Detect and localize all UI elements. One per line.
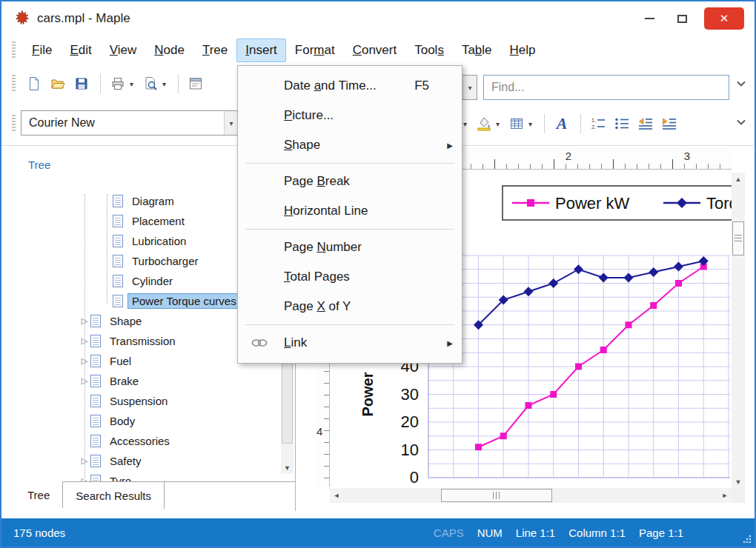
svg-text:Power: Power	[359, 372, 376, 416]
title-bar: cars.mpl - Maple ✕	[1, 1, 755, 36]
maple-leaf-icon	[13, 10, 31, 27]
table-icon[interactable]	[505, 113, 528, 135]
status-node-count: 175 nodes	[13, 527, 65, 539]
tree-item-label: Shape	[105, 313, 146, 329]
document-vertical-scrollbar[interactable]: ▲ ▼	[732, 173, 745, 488]
menu-node[interactable]: Node	[145, 39, 193, 62]
svg-text:20: 20	[401, 412, 419, 431]
toolbar-grip[interactable]	[12, 75, 16, 93]
menu-edit[interactable]: Edit	[61, 39, 100, 62]
tab-tree[interactable]: Tree	[15, 481, 63, 508]
document-horizontal-scrollbar[interactable]: ◄ ►	[330, 488, 732, 503]
tree-item-label: Body	[105, 413, 139, 429]
toolbar-overflow-chevron-icon[interactable]	[734, 115, 749, 130]
fill-color-icon[interactable]	[473, 113, 495, 135]
save-icon[interactable]	[70, 73, 93, 95]
menu-item-label: Date and Time...	[284, 78, 377, 93]
toolbar-grip[interactable]	[12, 115, 16, 133]
expand-arrow-icon[interactable]: ▷	[79, 456, 90, 466]
scroll-up-icon[interactable]: ▲	[732, 173, 745, 185]
menu-format[interactable]: Format	[286, 39, 344, 62]
properties-icon[interactable]	[185, 73, 207, 95]
menu-tree[interactable]: Tree	[193, 39, 236, 62]
font-name-combobox[interactable]: Courier New ▾	[21, 110, 239, 136]
toolbar-grip[interactable]	[12, 41, 16, 59]
menu-item-page-x-of-y[interactable]: Page X of Y	[238, 292, 462, 321]
tree-item-suspension[interactable]: Suspension	[15, 391, 279, 411]
document-icon	[113, 215, 123, 227]
tree-item-safety[interactable]: ▷Safety	[15, 451, 279, 471]
menu-item-date-and-time[interactable]: Date and Time...F5	[238, 71, 462, 101]
resize-grip[interactable]	[742, 534, 752, 544]
scroll-right-icon[interactable]: ►	[718, 488, 732, 503]
tree-item-body[interactable]: Body	[15, 411, 279, 431]
tree-item-tyre[interactable]: ▷Tyre	[15, 471, 279, 481]
menu-item-page-break[interactable]: Page Break	[238, 167, 462, 196]
menu-help[interactable]: Help	[501, 39, 545, 62]
chevron-down-icon[interactable]: ▾	[462, 76, 477, 99]
document-icon	[113, 295, 123, 307]
menu-item-link[interactable]: Link▶	[238, 328, 462, 358]
scroll-down-icon[interactable]: ▼	[281, 461, 294, 474]
expand-arrow-icon[interactable]: ▷	[79, 316, 90, 326]
menu-table[interactable]: Table	[453, 39, 501, 62]
menu-item-total-pages[interactable]: Total Pages	[238, 262, 462, 292]
tree-item-accessories[interactable]: Accessories	[15, 431, 279, 451]
ruler-number: 4	[316, 425, 322, 438]
maximize-button[interactable]	[667, 7, 697, 30]
menu-item-picture[interactable]: Picture...	[238, 101, 462, 130]
menu-tools[interactable]: Tools	[405, 39, 453, 62]
open-icon[interactable]	[47, 73, 69, 95]
tree-item-label: Tyre	[105, 473, 136, 481]
menu-view[interactable]: View	[101, 39, 146, 62]
minimize-button[interactable]	[634, 7, 664, 30]
dropdown-caret-icon[interactable]: ▾	[463, 120, 467, 128]
expand-arrow-icon[interactable]: ▷	[79, 376, 90, 386]
outdent-icon[interactable]	[634, 113, 657, 135]
preview-icon[interactable]	[139, 73, 162, 95]
indent-icon[interactable]	[658, 113, 680, 135]
font-name-value: Courier New	[21, 116, 224, 130]
menu-file[interactable]: File	[23, 39, 61, 62]
numbered-list-icon[interactable]: 1.2.	[587, 113, 609, 135]
svg-text:0: 0	[410, 468, 419, 487]
toolbar-separator	[178, 74, 179, 93]
dropdown-caret-icon[interactable]: ▾	[162, 80, 166, 88]
find-input[interactable]	[483, 75, 729, 100]
expand-arrow-icon[interactable]: ▷	[79, 336, 90, 346]
menu-insert[interactable]: Insert	[236, 39, 286, 62]
menu-item-page-number[interactable]: Page Number	[238, 233, 462, 262]
toolbar-overflow-chevron-icon[interactable]	[734, 76, 749, 91]
ruler-number: 3	[684, 150, 690, 162]
new-document-icon[interactable]	[23, 73, 45, 95]
bullet-list-icon[interactable]	[611, 113, 633, 135]
scrollbar-thumb[interactable]	[441, 489, 552, 502]
scroll-left-icon[interactable]: ◄	[330, 488, 343, 503]
menu-item-horizontal-line[interactable]: Horizontal Line	[238, 196, 462, 226]
dropdown-caret-icon[interactable]: ▾	[528, 120, 532, 128]
menu-convert[interactable]: Convert	[344, 39, 406, 62]
expand-arrow-icon[interactable]: ▷	[79, 356, 90, 366]
scroll-down-icon[interactable]: ▼	[732, 475, 745, 488]
dropdown-caret-icon[interactable]: ▾	[130, 80, 133, 88]
document-icon	[90, 415, 101, 427]
menu-item-label: Shape	[284, 138, 320, 153]
status-indicators: CAPSNUMLine 1:1Column 1:1Page 1:1	[434, 527, 683, 539]
scrollbar-thumb[interactable]	[732, 221, 744, 255]
expand-arrow-icon[interactable]: ▷	[79, 476, 90, 481]
dropdown-caret-icon[interactable]: ▾	[496, 120, 500, 128]
print-icon[interactable]	[107, 73, 129, 95]
document-icon	[113, 275, 123, 287]
tree-item-label: Diagram	[127, 193, 179, 209]
tree-item-label: Cylinder	[127, 273, 177, 289]
chevron-down-icon[interactable]: ▾	[224, 111, 238, 135]
toolbar-separator	[544, 114, 545, 133]
thumb-grip	[735, 235, 742, 243]
font-color-icon[interactable]: A	[551, 113, 573, 135]
tab-search-results[interactable]: Search Results	[63, 482, 165, 509]
close-button[interactable]: ✕	[704, 7, 744, 30]
tree-item-brake[interactable]: ▷Brake	[15, 371, 279, 391]
status-caps: CAPS	[434, 527, 464, 539]
document-icon	[113, 255, 123, 267]
menu-item-shape[interactable]: Shape▶	[238, 130, 462, 160]
